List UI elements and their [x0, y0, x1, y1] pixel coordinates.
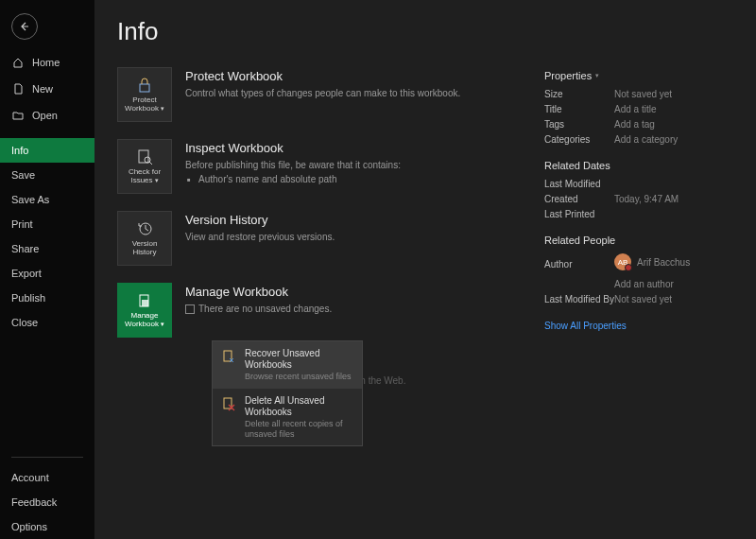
nav-label: Close — [11, 317, 38, 328]
section-inspect: Check for Issues▾ Inspect Workbook Befor… — [117, 139, 544, 194]
add-author[interactable]: Add an author — [614, 279, 733, 289]
tile-label: Version History — [118, 240, 171, 257]
sidebar: Home New Open Info Save Save As Print Sh… — [0, 0, 94, 539]
tile-label: Check for Issues▾ — [118, 168, 171, 185]
author-value: AB Arif Bacchus — [614, 253, 733, 270]
prop-value — [614, 209, 733, 219]
section-manage: Manage Workbook▾ Manage Workbook There a… — [117, 283, 544, 338]
prop-label: Last Printed — [544, 209, 614, 219]
prop-label: Created — [544, 194, 614, 204]
nav-open[interactable]: Open — [0, 102, 94, 129]
delete-unsaved-item[interactable]: Delete All Unsaved Workbooks Delete all … — [213, 389, 362, 446]
prop-label: Author — [544, 259, 614, 270]
nav-publish[interactable]: Publish — [0, 286, 94, 310]
tile-label: Manage Workbook▾ — [118, 312, 171, 329]
section-desc: There are no unsaved changes. — [185, 303, 544, 316]
nav-account[interactable]: Account — [0, 465, 94, 490]
properties-heading[interactable]: Properties▾ — [544, 70, 733, 81]
author-name: Arif Bacchus — [637, 257, 690, 268]
prop-value[interactable]: Add a category — [614, 134, 733, 145]
inspect-icon — [135, 148, 154, 166]
nav-label: Save — [11, 169, 35, 181]
new-icon — [11, 82, 25, 96]
chevron-down-icon: ▾ — [595, 72, 599, 79]
prop-label: Title — [544, 104, 614, 114]
prop-value: Today, 9:47 AM — [614, 194, 733, 204]
nav-label: Home — [32, 57, 60, 68]
nav-label: Options — [11, 521, 47, 532]
dropdown-title: Recover Unsaved Workbooks — [245, 348, 354, 371]
nav-label: Account — [11, 472, 49, 483]
divider — [11, 457, 83, 458]
section-title: Protect Workbook — [185, 69, 544, 83]
inspect-bullet: Author's name and absolute path — [185, 174, 544, 184]
recover-unsaved-item[interactable]: Recover Unsaved Workbooks Browse recent … — [213, 341, 362, 389]
prop-label: Tags — [544, 119, 614, 130]
nav-label: Save As — [11, 194, 49, 205]
prop-value: Not saved yet — [614, 89, 733, 99]
page-title: Info — [117, 17, 544, 46]
nav-label: Open — [32, 110, 58, 121]
main-content: Info Protect Workbook▾ Protect Workbook … — [94, 0, 756, 539]
svg-rect-5 — [142, 300, 148, 306]
manage-workbook-dropdown: Recover Unsaved Workbooks Browse recent … — [212, 340, 363, 446]
nav-label: Export — [11, 268, 42, 279]
delete-icon — [220, 395, 237, 412]
dropdown-sub: Delete all recent copies of unsaved file… — [245, 419, 354, 440]
prop-value[interactable]: Add a tag — [614, 119, 733, 130]
nav-label: Feedback — [11, 496, 57, 508]
section-title: Manage Workbook — [185, 285, 544, 299]
section-desc: View and restore previous versions. — [185, 231, 544, 244]
nav-label: Print — [11, 218, 33, 230]
section-version: Version History Version History View and… — [117, 211, 544, 266]
nav-home[interactable]: Home — [0, 49, 94, 76]
nav-options[interactable]: Options — [0, 514, 94, 539]
chevron-down-icon: ▾ — [155, 177, 159, 183]
home-icon — [11, 56, 25, 69]
avatar: AB — [614, 253, 631, 270]
protect-workbook-tile[interactable]: Protect Workbook▾ — [117, 67, 172, 122]
lock-icon — [135, 76, 154, 95]
nav-info[interactable]: Info — [0, 138, 94, 163]
nav-export[interactable]: Export — [0, 261, 94, 286]
section-desc: Control what types of changes people can… — [185, 87, 544, 100]
nav-save-as[interactable]: Save As — [0, 187, 94, 212]
recover-icon — [220, 348, 237, 365]
properties-panel: Properties▾ SizeNot saved yet TitleAdd a… — [544, 17, 733, 539]
nav-print[interactable]: Print — [0, 212, 94, 236]
back-button[interactable] — [11, 13, 38, 40]
chevron-down-icon: ▾ — [161, 105, 164, 112]
prop-label: Categories — [544, 134, 614, 145]
dropdown-title: Delete All Unsaved Workbooks — [245, 395, 354, 418]
svg-rect-0 — [140, 84, 149, 92]
related-people-heading: Related People — [544, 235, 733, 246]
dropdown-sub: Browse recent unsaved files — [245, 372, 354, 382]
section-protect: Protect Workbook▾ Protect Workbook Contr… — [117, 67, 544, 122]
nav-close[interactable]: Close — [0, 310, 94, 335]
tile-label: Protect Workbook▾ — [118, 96, 171, 113]
history-icon — [135, 219, 154, 238]
nav-save[interactable]: Save — [0, 163, 94, 187]
section-title: Version History — [185, 213, 544, 227]
nav-new[interactable]: New — [0, 76, 94, 102]
section-title: Inspect Workbook — [185, 141, 544, 155]
nav-feedback[interactable]: Feedback — [0, 490, 94, 514]
nav-label: Share — [11, 243, 39, 254]
show-all-properties-link[interactable]: Show All Properties — [544, 321, 627, 331]
prop-label: Last Modified — [544, 179, 614, 189]
nav-label: New — [32, 83, 53, 95]
prop-label: Size — [544, 89, 614, 99]
prop-value: Not saved yet — [614, 294, 733, 304]
check-issues-tile[interactable]: Check for Issues▾ — [117, 139, 172, 194]
nav-label: Info — [11, 145, 28, 156]
prop-value — [614, 179, 733, 189]
related-dates-heading: Related Dates — [544, 160, 733, 171]
manage-workbook-tile[interactable]: Manage Workbook▾ — [117, 283, 172, 338]
chevron-down-icon: ▾ — [161, 321, 164, 327]
nav-share[interactable]: Share — [0, 236, 94, 261]
version-history-tile[interactable]: Version History — [117, 211, 172, 266]
section-desc: Before publishing this file, be aware th… — [185, 159, 544, 172]
workbook-icon — [135, 291, 154, 310]
prop-value[interactable]: Add a title — [614, 104, 733, 114]
svg-rect-1 — [139, 150, 148, 163]
